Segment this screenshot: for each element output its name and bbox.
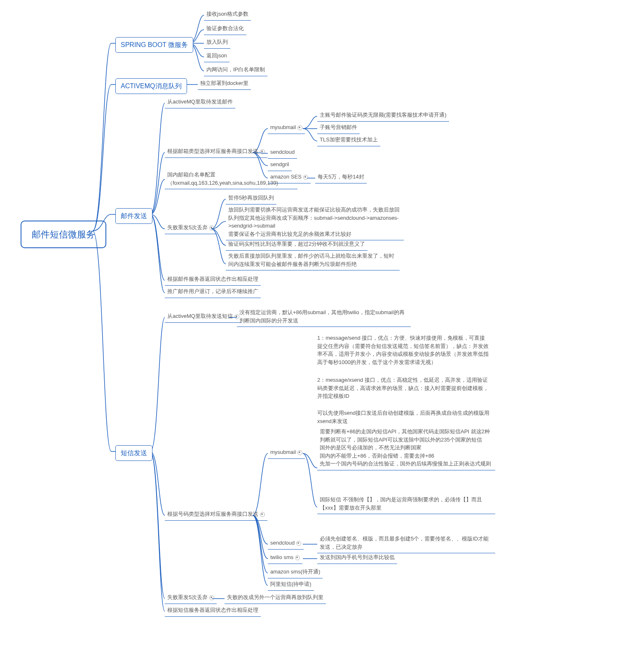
mail-retry[interactable]: 失败重发5次丢弃 [165,223,217,234]
mail-mysubmail-item: TLS加密需要找技术加上 [317,135,380,146]
sms-sendcloud-note: 必须先创建签名、模版，而且最多创建5个，需要传签名、、模版ID才能发送，已决定放… [317,534,495,553]
amq-item: 独立部署到docker里 [198,78,251,90]
spring-node[interactable]: SPRING BOOT 微服务 [115,37,193,53]
expand-icon[interactable] [296,541,301,546]
mail-retry-item: 暂停5秒再放回队列 [226,193,276,204]
sms-mysubmail-item: 需要判断有+86的走国内短信API，其他国家代码走国际短信API 就这2种判断就… [317,427,495,470]
amq-node[interactable]: ACTIVEMQ消息队列 [115,78,187,94]
sms-select[interactable]: 根据号码类型选择对应服务商接口发送 [165,509,267,521]
sms-status: 根据短信服务器返回状态作出相应处理 [165,605,261,617]
sms-amazon: amazon sms(待开通) [268,567,323,578]
mail-retry-item: 放回队列需要切换不同运营商发送才能保证比较高的成功率，失败后放回队列指定其他运营… [226,205,404,240]
sms-mysubmail-note: 1：message/send 接口，优点：方便、快速对接使用，免模板，可直接提交… [317,334,490,366]
mail-mysubmail[interactable]: mysubmail [268,122,305,134]
sms-twilio-note: 发送到国内手机号到达率比较低 [317,552,397,564]
expand-icon[interactable] [209,226,214,230]
expand-icon[interactable] [297,125,302,130]
spring-item: 放入队列 [204,37,230,49]
spring-item: 验证参数合法化 [204,23,246,35]
root-node[interactable]: 邮件短信微服务 [21,221,106,248]
sms-twilio[interactable]: twilio sms [268,552,302,564]
expand-icon[interactable] [209,595,214,600]
mail-pull: 从activeMQ里取待发送邮件 [165,97,235,108]
mail-sendcloud: sendcloud [268,147,297,159]
sms-retry-note: 失败的改成另外一个运营商再放到队列里 [225,592,326,604]
sms-mysubmail-item: 国际短信 不强制传【】，国内是运营商强制要求的，必须传【】而且【xxx】需要放在… [317,495,495,514]
sms-node[interactable]: 短信发送 [115,445,152,461]
expand-icon[interactable] [260,512,265,517]
mail-whitelist: 国内邮箱白名单配置（foxmail,qq,163,126,yeah,sina,s… [165,170,297,189]
expand-icon[interactable] [295,555,300,560]
sms-mysubmail-note: 可以先使用send接口发送后自动创建模版，后面再换成自动生成的模版用xsend来… [317,409,490,425]
spring-item: 内网访问，IP白名单限制 [204,65,267,76]
mail-status: 根据邮件服务器返回状态作出相应处理 [165,274,261,286]
sms-ali: 阿里短信(待申请) [268,579,314,591]
mail-ses-note: 每天5万，每秒14封 [315,172,367,183]
expand-icon[interactable] [303,175,308,180]
mail-retry-item: 失败后直接放回队列里重发，邮件少的话马上就给取出来重发了，短时间内连续重发可能会… [226,251,400,270]
sms-pull-note: 没有指定运营商，默认+86用submail，其他用twilio，指定submai… [237,308,411,327]
mail-retry-item: 验证码实时性比到达率重要，超过2分钟收不到就没意义了 [226,239,368,251]
expand-icon[interactable] [260,149,265,154]
mail-sendgril: sendgril [268,160,292,171]
sms-sendcloud[interactable]: sendcloud [268,538,304,550]
spring-item: 返回json [204,51,229,62]
mail-select[interactable]: 根据邮箱类型选择对应服务商接口发送 [165,146,267,158]
sms-pull[interactable]: 从activeMQ里取待发送短信 [165,311,242,323]
spring-item: 接收json格式参数 [204,9,251,21]
mail-mysubmail-item: 子账号营销邮件 [317,122,360,134]
mail-unsub: 推广邮件用户退订，记录后不继续推广 [165,287,261,298]
sms-mysubmail[interactable]: mysubmail [268,447,305,459]
sms-mysubmail-note: 2：message/xsend 接口，优点：高稳定性，低延迟，高并发，适用验证码… [317,376,490,400]
sms-retry[interactable]: 失败重发5次丢弃 [165,592,217,604]
expand-icon[interactable] [297,450,302,455]
mail-mysubmail-item: 主账号邮件验证码类无限额(需要找客服技术申请开通) [317,110,449,122]
mail-node[interactable]: 邮件发送 [115,208,152,224]
